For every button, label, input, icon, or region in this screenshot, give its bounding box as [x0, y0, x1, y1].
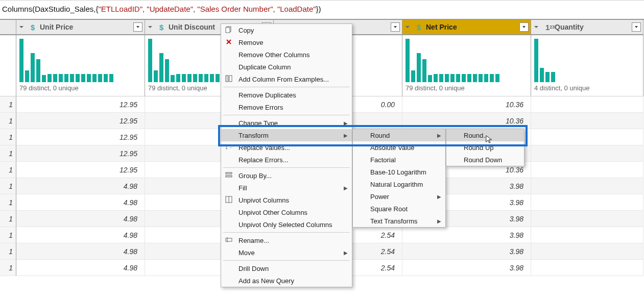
- row-number[interactable]: 1: [0, 162, 16, 178]
- round-submenu[interactable]: Round...Round UpRound Down: [446, 129, 524, 166]
- column-header-quantity[interactable]: 123Quantity: [531, 20, 643, 35]
- menu-item-label: Drill Down: [238, 265, 269, 272]
- cell[interactable]: 4.98: [16, 211, 145, 227]
- row-number[interactable]: 1: [0, 227, 16, 243]
- cell[interactable]: 10.36: [402, 113, 531, 129]
- menu-item-drill-down[interactable]: Drill Down: [221, 262, 352, 274]
- row-number[interactable]: 1: [0, 178, 16, 194]
- column-dropdown[interactable]: [519, 22, 529, 32]
- menu-item-move[interactable]: Move▶: [221, 246, 352, 259]
- row-number[interactable]: 1: [0, 211, 16, 227]
- row-number[interactable]: 1: [0, 243, 16, 260]
- menu-item-label: Round Up: [464, 144, 494, 152]
- menu-item-add-column-from-examples[interactable]: Add Column From Examples...: [221, 73, 352, 85]
- menu-item-rename[interactable]: Rename...: [221, 234, 352, 246]
- cell[interactable]: 4.98: [16, 260, 145, 276]
- cell[interactable]: [531, 145, 643, 162]
- menu-item-unpivot-other-columns[interactable]: Unpivot Other Columns: [221, 206, 352, 218]
- menu-item-round[interactable]: Round...: [446, 129, 524, 141]
- menu-item-change-type[interactable]: Change Type▶: [221, 117, 352, 129]
- menu-item-unpivot-columns[interactable]: Unpivot Columns: [221, 194, 352, 206]
- menu-item-label: Absolute Value: [370, 144, 415, 152]
- filter-icon[interactable]: [17, 23, 26, 31]
- row-number[interactable]: 1: [0, 96, 16, 113]
- menu-item-base-10-logarithm[interactable]: Base-10 Logarithm: [353, 166, 445, 178]
- column-profile: 4 distinct, 0 unique: [531, 35, 643, 96]
- cell[interactable]: [531, 211, 643, 227]
- menu-item-transform[interactable]: Transform▶: [221, 129, 352, 141]
- menu-item-label: Round Down: [464, 156, 502, 164]
- cell[interactable]: [531, 162, 643, 178]
- cell[interactable]: 4.98: [16, 243, 145, 260]
- menu-item-unpivot-only-selected-columns[interactable]: Unpivot Only Selected Columns: [221, 218, 352, 231]
- svg-marker-6: [406, 26, 410, 28]
- column-header-unit-price[interactable]: $Unit Price: [16, 20, 145, 35]
- menu-item-add-as-new-query[interactable]: Add as New Query: [221, 274, 352, 287]
- submenu-indicator-icon: ▶: [344, 250, 348, 256]
- cell[interactable]: 3.98: [402, 260, 531, 276]
- menu-item-round[interactable]: Round▶: [353, 129, 445, 141]
- group-icon: [225, 171, 233, 180]
- cell[interactable]: [531, 178, 643, 194]
- menu-item-label: Unpivot Only Selected Columns: [238, 221, 332, 229]
- cell[interactable]: 10.36: [402, 96, 531, 113]
- column-context-menu[interactable]: CopyRemoveRemove Other ColumnsDuplicate …: [221, 23, 352, 287]
- submenu-indicator-icon: ▶: [437, 133, 441, 138]
- cell[interactable]: 3.98: [402, 227, 531, 243]
- cell[interactable]: 12.95: [16, 96, 145, 113]
- cell[interactable]: [531, 260, 643, 276]
- filter-icon[interactable]: [403, 23, 412, 31]
- menu-item-round-up[interactable]: Round Up: [446, 141, 524, 154]
- menu-item-absolute-value[interactable]: Absolute Value: [353, 141, 445, 154]
- cell[interactable]: 4.98: [16, 178, 145, 194]
- row-number[interactable]: 1: [0, 194, 16, 211]
- menu-item-group-by[interactable]: Group By...: [221, 169, 352, 182]
- cell[interactable]: [531, 194, 643, 211]
- menu-item-copy[interactable]: Copy: [221, 24, 352, 36]
- row-number[interactable]: 1: [0, 145, 16, 162]
- cell[interactable]: 4.98: [16, 194, 145, 211]
- menu-item-text-transforms[interactable]: Text Transforms▶: [353, 215, 445, 227]
- menu-item-remove-duplicates[interactable]: Remove Duplicates: [221, 89, 352, 101]
- menu-item-natural-logarithm[interactable]: Natural Logarithm: [353, 178, 445, 190]
- cell[interactable]: 12.95: [16, 113, 145, 129]
- cell[interactable]: 12.95: [16, 145, 145, 162]
- filter-icon[interactable]: [146, 23, 154, 31]
- cell[interactable]: 12.95: [16, 129, 145, 145]
- submenu-indicator-icon: ▶: [344, 185, 348, 191]
- column-name: Net Price: [425, 23, 519, 31]
- row-number[interactable]: 1: [0, 129, 16, 145]
- menu-item-fill[interactable]: Fill▶: [221, 182, 352, 194]
- transform-submenu[interactable]: Round▶Absolute ValueFactorialBase-10 Log…: [352, 129, 446, 228]
- column-dropdown[interactable]: [391, 22, 400, 32]
- copy-icon: [225, 26, 233, 34]
- menu-item-duplicate-column[interactable]: Duplicate Column: [221, 61, 352, 73]
- cell[interactable]: [531, 96, 643, 113]
- column-header-net-price[interactable]: $Net Price: [402, 20, 531, 35]
- menu-item-factorial[interactable]: Factorial: [353, 154, 445, 166]
- row-number[interactable]: 1: [0, 260, 16, 276]
- cell[interactable]: 12.95: [16, 162, 145, 178]
- cell[interactable]: [531, 227, 643, 243]
- menu-item-square-root[interactable]: Square Root: [353, 203, 445, 215]
- menu-item-label: Transform: [238, 132, 269, 139]
- formula-bar[interactable]: Columns(DaxStudio_Sales,{"ETLLoadID", "U…: [0, 0, 644, 19]
- menu-item-power[interactable]: Power▶: [353, 190, 445, 203]
- menu-item-replace-errors[interactable]: Replace Errors...: [221, 154, 352, 166]
- svg-rect-15: [229, 76, 232, 82]
- cell[interactable]: [531, 113, 643, 129]
- cell[interactable]: [531, 129, 643, 145]
- row-number[interactable]: 1: [0, 113, 16, 129]
- column-dropdown[interactable]: [133, 22, 142, 32]
- menu-item-round-down[interactable]: Round Down: [446, 154, 524, 166]
- menu-item-replace-values[interactable]: 1→2Replace Values...: [221, 141, 352, 154]
- column-dropdown[interactable]: [632, 22, 641, 32]
- filter-icon[interactable]: [532, 23, 540, 31]
- cell[interactable]: 4.98: [16, 227, 145, 243]
- cell[interactable]: 3.98: [402, 243, 531, 260]
- menu-item-remove-other-columns[interactable]: Remove Other Columns: [221, 48, 352, 61]
- cell[interactable]: [531, 243, 643, 260]
- menu-item-remove[interactable]: Remove: [221, 36, 352, 48]
- unpivot-icon: [225, 196, 233, 204]
- menu-item-remove-errors[interactable]: Remove Errors: [221, 101, 352, 113]
